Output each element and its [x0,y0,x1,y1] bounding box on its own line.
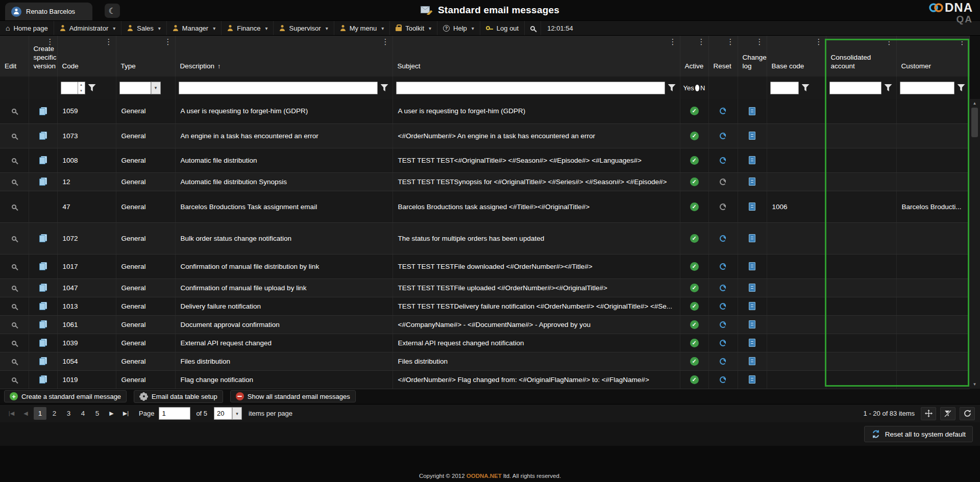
change-log-button[interactable] [747,155,757,166]
view-row-button[interactable] [10,358,18,365]
column-menu-icon[interactable]: ⋮ [46,37,54,47]
show-all-messages-button[interactable]: Show all standard email messages [230,390,356,402]
reset-button[interactable] [718,202,728,212]
next-page-button[interactable]: ▶ [105,407,118,420]
menu-manager[interactable]: Manager ▾ [167,21,222,35]
column-menu-icon[interactable]: ⋮ [815,37,823,47]
dark-mode-toggle[interactable]: ☾ [105,4,120,18]
change-log-button[interactable] [747,261,757,272]
reset-button[interactable] [718,301,728,311]
global-search-button[interactable] [525,21,541,35]
view-row-button[interactable] [10,263,18,270]
create-specific-version-button[interactable] [38,319,48,330]
description-filter-input[interactable] [179,82,378,94]
column-header-reset[interactable]: ⋮Reset [708,36,738,77]
menu-administrator[interactable]: Administrator ▾ [54,21,122,35]
change-log-button[interactable] [747,337,757,348]
first-page-button[interactable]: |◀ [5,407,18,420]
page-number-button[interactable]: 3 [62,407,75,420]
subject-filter-button[interactable] [667,83,677,92]
column-menu-icon[interactable]: ⋮ [105,37,113,47]
column-menu-icon[interactable]: ⋮ [886,37,893,47]
menu-my-menu[interactable]: My menu ▾ [334,21,390,35]
base-code-filter-button[interactable] [801,83,811,92]
view-row-button[interactable] [10,284,18,292]
reset-button[interactable] [718,375,728,385]
menu-log-out[interactable]: Log out [480,21,525,35]
page-number-button[interactable]: 2 [48,407,61,420]
create-specific-version-button[interactable] [38,106,48,117]
previous-page-button[interactable]: ◀ [19,407,32,420]
code-filter-input[interactable] [61,82,78,94]
code-filter-button[interactable] [87,83,97,92]
subject-filter-input[interactable] [396,82,665,94]
reset-button[interactable] [718,262,728,271]
change-log-button[interactable] [747,374,757,385]
view-row-button[interactable] [10,302,18,310]
view-row-button[interactable] [10,157,18,164]
column-menu-icon[interactable]: ⋮ [669,37,677,47]
create-specific-version-button[interactable] [38,337,48,348]
pan-button[interactable] [921,407,936,420]
column-header-customer[interactable]: ⋮Customer [896,36,969,77]
column-menu-icon[interactable]: ⋮ [756,37,764,47]
view-row-button[interactable] [10,376,18,384]
consolidated-account-filter-input[interactable] [829,82,881,94]
change-log-button[interactable] [747,282,757,293]
reset-button[interactable] [718,131,728,141]
base-code-filter-input[interactable] [770,82,799,94]
column-header-active[interactable]: ⋮Active [680,36,708,77]
column-header-description[interactable]: ⋮Description↑ [175,36,393,77]
column-header-change-log[interactable]: ⋮Change log [738,36,767,77]
reset-all-button[interactable]: Reset all to system default [864,426,973,442]
type-filter-dropdown-button[interactable]: ▾ [151,82,161,94]
active-filter-toggle[interactable] [695,85,699,91]
create-specific-version-button[interactable] [38,261,48,272]
menu-finance[interactable]: Finance ▾ [222,21,274,35]
view-row-button[interactable] [10,321,18,328]
change-log-button[interactable] [747,233,757,244]
create-specific-version-button[interactable] [38,356,48,367]
column-header-create-specific-version[interactable]: ⋮Create specific version [29,36,57,77]
column-menu-icon[interactable]: ⋮ [698,37,705,47]
create-specific-version-button[interactable] [38,233,48,244]
scrollbar-thumb[interactable] [971,108,978,137]
view-row-button[interactable] [10,235,18,242]
reset-button[interactable] [718,177,728,187]
last-page-button[interactable]: ▶| [119,407,132,420]
reset-button[interactable] [718,338,728,348]
change-log-button[interactable] [747,300,757,312]
vertical-scrollbar[interactable]: ▲ ▼ [969,99,980,389]
page-number-button[interactable]: 4 [77,407,89,420]
view-row-button[interactable] [10,107,18,115]
view-row-button[interactable] [10,178,18,186]
reset-button[interactable] [718,106,728,116]
column-header-subject[interactable]: ⋮Subject [393,36,680,77]
view-row-button[interactable] [10,203,18,211]
email-data-table-setup-button[interactable]: Email data table setup [134,390,223,403]
page-number-input[interactable] [159,407,190,420]
menu-supervisor[interactable]: Supervisor ▾ [274,21,334,35]
description-filter-button[interactable] [380,83,389,92]
change-log-button[interactable] [747,201,757,212]
customer-filter-button[interactable] [957,83,966,92]
menu-help[interactable]: Help ▾ [437,21,480,35]
reset-button[interactable] [718,283,728,293]
column-header-type[interactable]: ⋮Type [116,36,175,77]
column-menu-icon[interactable]: ⋮ [164,37,172,47]
reset-button[interactable] [718,357,728,366]
view-row-button[interactable] [10,339,18,347]
page-size-select[interactable]: 20 ▾ [214,407,242,420]
create-specific-version-button[interactable] [38,374,48,385]
page-size-dropdown-button[interactable]: ▾ [232,407,242,420]
column-menu-icon[interactable]: ⋮ [959,37,966,47]
menu-toolkit[interactable]: Toolkit ▾ [390,21,437,35]
clear-filters-button[interactable] [940,407,955,420]
create-specific-version-button[interactable] [38,155,48,166]
scroll-down-icon[interactable]: ▼ [973,380,977,389]
change-log-button[interactable] [747,106,757,117]
reset-button[interactable] [718,234,728,243]
column-header-code[interactable]: ⋮Code [57,36,116,77]
change-log-button[interactable] [747,319,757,330]
code-filter-stepper[interactable]: ▲▼ [78,82,85,94]
